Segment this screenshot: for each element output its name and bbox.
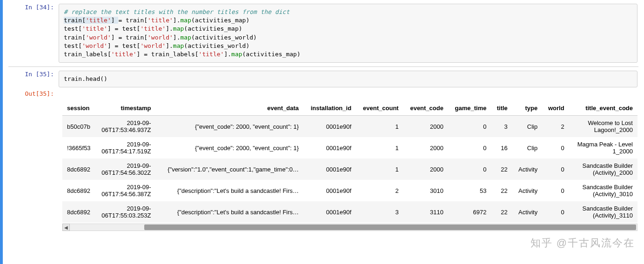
cell-type: Clip xyxy=(512,137,542,158)
table-row: 8dc68922019-09-06T17:54:56.387Z{"descrip… xyxy=(62,180,637,201)
table-row: 8dc68922019-09-06T17:55:03.253Z{"descrip… xyxy=(62,201,637,223)
cell-world: 0 xyxy=(542,158,569,180)
cell-title: 22 xyxy=(491,158,512,180)
cell-session: b50c07b xyxy=(62,116,97,138)
cell-timestamp: 2019-09-06T17:54:56.302Z xyxy=(97,158,155,180)
cell-type: Activity xyxy=(512,158,542,180)
col-event-code: event_code xyxy=(403,101,448,116)
dataframe-table: session timestamp event_data installatio… xyxy=(62,101,637,223)
col-timestamp: timestamp xyxy=(97,101,155,116)
cell-type: Clip xyxy=(512,116,542,138)
cell-title: 3 xyxy=(491,116,512,138)
cell-game_time: 53 xyxy=(448,180,491,201)
cell-installation_id: 0001e90f xyxy=(303,116,356,138)
col-title: title xyxy=(491,101,512,116)
col-event-data: event_data xyxy=(156,101,304,116)
col-event-count: event_count xyxy=(356,101,403,116)
dataframe-scroll-wrap[interactable]: session timestamp event_data installatio… xyxy=(62,101,637,223)
cell-game_time: 6972 xyxy=(448,201,491,223)
code-cell-34: In [34]: # replace the text titles with … xyxy=(3,0,644,65)
col-title-event-code: title_event_code xyxy=(569,101,637,116)
prompt-out-35: Out[35]: xyxy=(3,90,59,97)
cell-event_count: 2 xyxy=(356,180,403,201)
cell-session: !3665f53 xyxy=(62,137,97,158)
cell-event_count: 1 xyxy=(356,137,403,158)
cell-event_code: 3110 xyxy=(403,201,448,223)
cell-title_event_code: Sandcastle Builder (Activity)_2000 xyxy=(569,158,637,180)
cell-timestamp: 2019-09-06T17:54:56.387Z xyxy=(97,180,155,201)
prompt-in-35: In [35]: xyxy=(3,71,59,78)
cell-world: 0 xyxy=(542,201,569,223)
output-cell-35: Out[35]: xyxy=(3,89,644,99)
col-session: session xyxy=(62,101,97,116)
horizontal-scrollbar[interactable]: ◀ xyxy=(62,224,637,231)
cell-event_count: 1 xyxy=(356,116,403,138)
cell-event_data: {"description":"Let's build a sandcastle… xyxy=(156,201,304,223)
output-area: session timestamp event_data installatio… xyxy=(59,99,644,223)
cell-event_data: {"description":"Let's build a sandcastle… xyxy=(156,180,304,201)
scroll-left-arrow-icon[interactable]: ◀ xyxy=(62,224,70,231)
code-comment: # replace the text titles with the numbe… xyxy=(64,8,289,15)
cell-type: Activity xyxy=(512,180,542,201)
cell-event_count: 1 xyxy=(356,158,403,180)
prompt-in-34: In [34]: xyxy=(3,4,59,11)
scroll-thumb[interactable] xyxy=(144,224,636,230)
cell-timestamp: 2019-09-06T17:55:03.253Z xyxy=(97,201,155,223)
table-header-row: session timestamp event_data installatio… xyxy=(62,101,637,116)
cell-event_code: 2000 xyxy=(403,116,448,138)
code-input-34[interactable]: # replace the text titles with the numbe… xyxy=(59,4,637,63)
cell-event_code: 2000 xyxy=(403,137,448,158)
code-input-35[interactable]: train.head() xyxy=(59,71,637,87)
cell-title: 16 xyxy=(491,137,512,158)
cell-session: 8dc6892 xyxy=(62,158,97,180)
col-world: world xyxy=(542,101,569,116)
cell-timestamp: 2019-09-06T17:53:46.937Z xyxy=(97,116,155,138)
cell-world: 0 xyxy=(542,180,569,201)
cell-event_data: {"event_code": 2000, "event_count": 1} xyxy=(156,137,304,158)
cell-world: 2 xyxy=(542,116,569,138)
cell-session: 8dc6892 xyxy=(62,201,97,223)
table-row: b50c07b2019-09-06T17:53:46.937Z{"event_c… xyxy=(62,116,637,138)
cell-title_event_code: Welcome to Lost Lagoon!_2000 xyxy=(569,116,637,138)
col-type: type xyxy=(512,101,542,116)
cell-type: Activity xyxy=(512,201,542,223)
cell-installation_id: 0001e90f xyxy=(303,158,356,180)
scroll-track[interactable] xyxy=(70,224,637,231)
cell-title_event_code: Magma Peak - Level 1_2000 xyxy=(569,137,637,158)
cell-game_time: 0 xyxy=(448,116,491,138)
cell-event_code: 3010 xyxy=(403,180,448,201)
table-row: !3665f532019-09-06T17:54:17.519Z{"event_… xyxy=(62,137,637,158)
table-row: 8dc68922019-09-06T17:54:56.302Z{"version… xyxy=(62,158,637,180)
cell-event_code: 2000 xyxy=(403,158,448,180)
cell-title: 22 xyxy=(491,201,512,223)
cell-game_time: 0 xyxy=(448,158,491,180)
cell-title_event_code: Sandcastle Builder (Activity)_3110 xyxy=(569,201,637,223)
cell-game_time: 0 xyxy=(448,137,491,158)
cell-session: 8dc6892 xyxy=(62,180,97,201)
cell-installation_id: 0001e90f xyxy=(303,180,356,201)
col-installation-id: installation_id xyxy=(303,101,356,116)
cell-installation_id: 0001e90f xyxy=(303,201,356,223)
cell-timestamp: 2019-09-06T17:54:17.519Z xyxy=(97,137,155,158)
cell-installation_id: 0001e90f xyxy=(303,137,356,158)
col-game-time: game_time xyxy=(448,101,491,116)
code-cell-35: In [35]: train.head() xyxy=(3,67,644,89)
cell-event_data: {"version":"1.0","event_count":1,"game_t… xyxy=(156,158,304,180)
cell-world: 0 xyxy=(542,137,569,158)
cell-event_count: 3 xyxy=(356,201,403,223)
cell-title_event_code: Sandcastle Builder (Activity)_3010 xyxy=(569,180,637,201)
cell-event_data: {"event_code": 2000, "event_count": 1} xyxy=(156,116,304,138)
cell-title: 22 xyxy=(491,180,512,201)
